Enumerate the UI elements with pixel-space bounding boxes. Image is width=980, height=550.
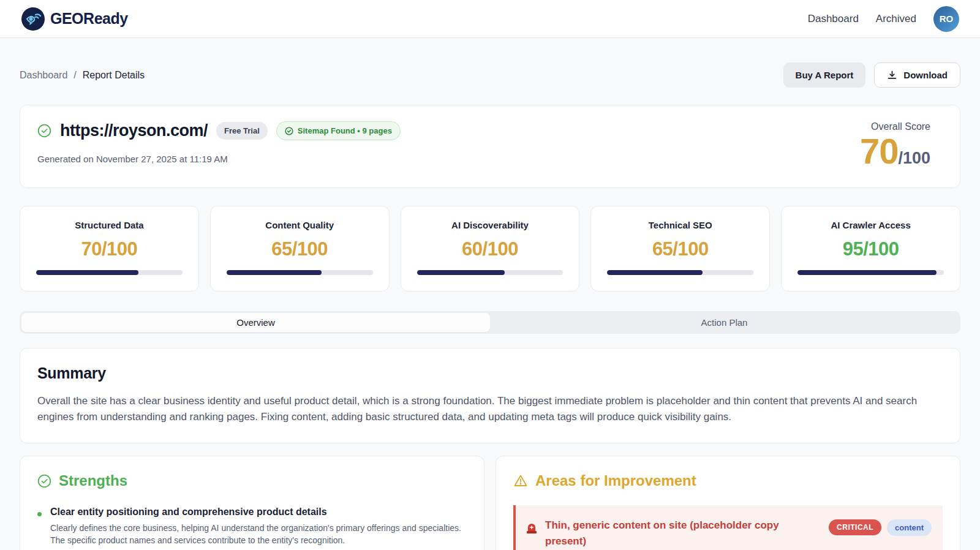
score-card-ai-discoverability: AI Discoverability 60/100 bbox=[401, 206, 580, 292]
breadcrumb-current: Report Details bbox=[83, 70, 145, 81]
sitemap-badge: Sitemap Found • 9 pages bbox=[276, 121, 401, 140]
generated-timestamp: Generated on November 27, 2025 at 11:19 … bbox=[37, 154, 401, 164]
warning-triangle-icon bbox=[513, 473, 528, 488]
top-navbar: GEOReady Dashboard Archived RO bbox=[0, 0, 980, 38]
buy-report-button[interactable]: Buy A Report bbox=[783, 62, 866, 88]
strength-item-description: Clearly defines the core business, helpi… bbox=[50, 522, 467, 547]
score-value: 65/100 bbox=[607, 238, 753, 260]
improvement-alert-item: Thin, generic content on site (placehold… bbox=[513, 505, 943, 550]
category-badge: content bbox=[887, 519, 932, 536]
overall-score-max: /100 bbox=[898, 149, 930, 168]
report-tabs: Overview Action Plan bbox=[20, 311, 960, 334]
improvements-title: Areas for Improvement bbox=[535, 472, 696, 489]
score-progress-fill bbox=[227, 270, 322, 275]
bullet-dot-icon bbox=[37, 512, 42, 516]
score-label: AI Discoverability bbox=[417, 220, 564, 230]
sitemap-check-icon bbox=[285, 127, 293, 135]
score-progress-track bbox=[417, 270, 564, 275]
summary-card: Summary Overall the site has a clear bus… bbox=[20, 348, 960, 443]
breadcrumb: Dashboard / Report Details bbox=[20, 70, 145, 81]
score-value: 70/100 bbox=[36, 238, 183, 260]
score-progress-fill bbox=[607, 270, 702, 275]
strengths-panel: Strengths Clear entity positioning and c… bbox=[20, 456, 484, 550]
score-card-structured-data: Structured Data 70/100 bbox=[20, 206, 199, 292]
score-label: Structured Data bbox=[36, 220, 183, 230]
download-icon bbox=[887, 70, 897, 80]
download-button[interactable]: Download bbox=[874, 62, 960, 88]
score-value: 95/100 bbox=[797, 238, 944, 260]
nav-dashboard-link[interactable]: Dashboard bbox=[808, 13, 859, 25]
score-cards-row: Structured Data 70/100 Content Quality 6… bbox=[20, 206, 960, 292]
geo-ready-logo-icon bbox=[21, 7, 45, 31]
alert-title: Thin, generic content on site (placehold… bbox=[545, 518, 821, 550]
brand-name: GEOReady bbox=[50, 10, 128, 28]
score-value: 60/100 bbox=[417, 238, 564, 260]
tab-action-plan[interactable]: Action Plan bbox=[490, 313, 959, 332]
siren-icon bbox=[526, 521, 538, 550]
user-avatar[interactable]: RO bbox=[933, 6, 959, 32]
breadcrumb-separator: / bbox=[74, 70, 76, 81]
score-value: 65/100 bbox=[227, 238, 373, 260]
score-card-ai-crawler-access: AI Crawler Access 95/100 bbox=[781, 206, 960, 292]
site-url: https://royson.com/ bbox=[60, 121, 208, 140]
score-progress-track bbox=[797, 270, 944, 275]
score-label: Content Quality bbox=[227, 220, 373, 230]
score-progress-track bbox=[607, 270, 753, 275]
severity-badge: CRITICAL bbox=[829, 519, 881, 535]
report-header-card: https://royson.com/ Free Trial Sitemap F… bbox=[20, 105, 960, 188]
score-label: AI Crawler Access bbox=[797, 220, 944, 230]
summary-title: Summary bbox=[37, 364, 941, 382]
strength-list-item: Clear entity positioning and comprehensi… bbox=[37, 507, 467, 550]
breadcrumb-dashboard[interactable]: Dashboard bbox=[20, 70, 67, 81]
score-progress-fill bbox=[797, 270, 937, 275]
plan-badge: Free Trial bbox=[216, 122, 268, 140]
tab-overview[interactable]: Overview bbox=[21, 313, 490, 332]
score-progress-track bbox=[36, 270, 183, 275]
summary-body: Overall the site has a clear business id… bbox=[37, 393, 941, 424]
verified-check-icon bbox=[37, 124, 51, 138]
score-progress-fill bbox=[36, 270, 138, 275]
strengths-check-icon bbox=[37, 474, 51, 488]
nav-archived-link[interactable]: Archived bbox=[876, 13, 916, 25]
score-card-content-quality: Content Quality 65/100 bbox=[210, 206, 390, 292]
improvements-panel: Areas for Improvement Thin, generic cont… bbox=[496, 456, 960, 550]
score-label: Technical SEO bbox=[607, 220, 753, 230]
score-progress-track bbox=[227, 270, 373, 275]
strengths-title: Strengths bbox=[59, 472, 127, 489]
score-progress-fill bbox=[417, 270, 505, 275]
overall-score-value: 70 bbox=[860, 134, 899, 169]
score-card-technical-seo: Technical SEO 65/100 bbox=[590, 206, 770, 292]
brand-logo[interactable]: GEOReady bbox=[21, 7, 128, 31]
strength-item-title: Clear entity positioning and comprehensi… bbox=[50, 507, 467, 518]
